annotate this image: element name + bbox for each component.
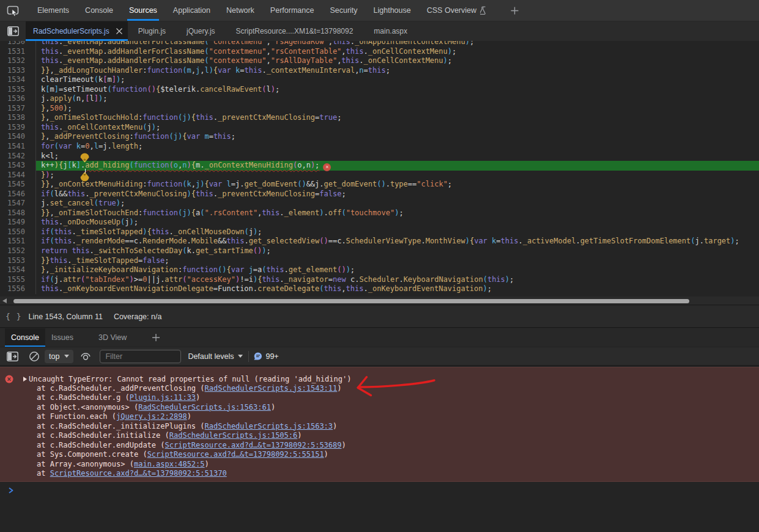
- line-number[interactable]: 1536: [0, 94, 36, 104]
- stack-frame: at Function.each (jQuery.js:2:2898): [37, 412, 759, 422]
- console-toolbar: top Filter Default levels 99+: [0, 347, 759, 366]
- line-number[interactable]: 1544: [0, 171, 36, 180]
- line-number[interactable]: 1533: [0, 66, 36, 76]
- panel-tab-css-overview[interactable]: CSS Overview: [419, 0, 495, 21]
- clear-console-icon[interactable]: [29, 351, 40, 362]
- source-code-editor[interactable]: 1530this._eventMap.addHandlerForClassNam…: [0, 41, 759, 297]
- line-number[interactable]: 1530: [0, 41, 36, 47]
- code-text: j.set_cancel(true);: [36, 199, 759, 209]
- line-number[interactable]: 1543: [0, 161, 36, 171]
- line-number[interactable]: 1547: [0, 199, 36, 209]
- file-tab-Plugin.js[interactable]: Plugin.js: [128, 21, 176, 41]
- file-tab-RadSchedulerScripts.js[interactable]: RadSchedulerScripts.js: [26, 21, 128, 41]
- console-messages-badge[interactable]: 99+: [254, 352, 278, 361]
- speech-bubble-icon: [254, 352, 262, 360]
- show-navigator-icon[interactable]: [0, 21, 26, 41]
- line-number[interactable]: 1548: [0, 209, 36, 218]
- editor-horizontal-scrollbar[interactable]: [0, 297, 759, 305]
- line-number[interactable]: 1534: [0, 75, 36, 85]
- error-stack-trace: at c.RadScheduler._addPreventClosing (Ra…: [37, 384, 759, 479]
- panel-tab-console[interactable]: Console: [77, 0, 121, 21]
- inspect-element-icon[interactable]: [0, 0, 26, 21]
- stack-frame: at c.RadScheduler._addPreventClosing (Ra…: [37, 384, 759, 394]
- line-number[interactable]: 1540: [0, 132, 36, 142]
- file-tab-label: RadSchedulerScripts.js: [33, 27, 109, 35]
- line-number[interactable]: 1531: [0, 47, 36, 57]
- source-link[interactable]: jQuery.js:2:2898: [116, 412, 187, 421]
- close-icon[interactable]: [116, 28, 123, 35]
- line-number[interactable]: 1555: [0, 275, 36, 285]
- console-prompt[interactable]: [0, 486, 759, 498]
- file-tab-main.aspx[interactable]: main.aspx: [363, 21, 418, 41]
- drawer-tab-console[interactable]: Console: [5, 328, 45, 347]
- scroll-left-arrow-icon[interactable]: [2, 298, 7, 303]
- file-tab-jQuery.js[interactable]: jQuery.js: [176, 21, 225, 41]
- code-text: k[m]=setTimeout(function(){$telerik.canc…: [36, 85, 759, 95]
- more-panels-plus-icon[interactable]: [510, 0, 519, 21]
- error-first-line: Uncaught TypeError: Cannot read properti…: [0, 374, 759, 384]
- disclosure-triangle-icon[interactable]: [23, 377, 27, 382]
- panel-tab-performance[interactable]: Performance: [262, 0, 322, 21]
- code-text: if(j.attr("tabIndex")>=0||j.attr("access…: [36, 275, 759, 285]
- console-filter-input[interactable]: Filter: [100, 350, 181, 363]
- code-line-1540: 1540},_addPreventClosing:function(j){var…: [0, 132, 759, 142]
- code-line-1532: 1532this._eventMap.addHandlerForClassNam…: [0, 56, 759, 66]
- drawer-tab-3d-view[interactable]: 3D View: [92, 328, 133, 347]
- drawer-tab-issues[interactable]: Issues: [45, 328, 80, 347]
- code-text: for(var k=0,l=j.length;: [36, 142, 759, 152]
- line-number[interactable]: 1556: [0, 284, 36, 294]
- source-link[interactable]: main.aspx:4852:5: [134, 460, 205, 468]
- panel-tab-security[interactable]: Security: [322, 0, 365, 21]
- panel-tab-application[interactable]: Application: [165, 0, 218, 21]
- source-link[interactable]: RadSchedulerScripts.js:1563:61: [138, 403, 271, 412]
- source-link[interactable]: ScriptResource.axd?d…&t=13798092:5:51370: [50, 469, 227, 478]
- line-number[interactable]: 1541: [0, 142, 36, 152]
- line-number[interactable]: 1545: [0, 180, 36, 190]
- source-link[interactable]: ScriptResource.axd?d…&t=13798092:5:53689: [165, 441, 342, 449]
- log-levels-dropdown[interactable]: Default levels: [188, 352, 243, 361]
- panel-tab-elements[interactable]: Elements: [29, 0, 77, 21]
- source-link[interactable]: Plugin.js:11:33: [130, 393, 196, 402]
- selection-handle-bottom[interactable]: [80, 172, 89, 182]
- file-tab-ScriptResource....XM1-t-13798092[interactable]: ScriptResource....XM1&t=13798092: [226, 21, 364, 41]
- panel-tab-network[interactable]: Network: [218, 0, 262, 21]
- source-link[interactable]: ScriptResource.axd?d…&t=13798092:5:55151: [147, 450, 324, 459]
- line-number[interactable]: 1537: [0, 104, 36, 114]
- source-link[interactable]: RadSchedulerScripts.js:1505:6: [169, 431, 298, 440]
- code-line-1539: 1539this._onCellContextMenu(j);: [0, 123, 759, 133]
- line-number[interactable]: 1535: [0, 85, 36, 95]
- code-text: }},_onContextMenuHiding:function(k,j){va…: [36, 180, 759, 190]
- source-link[interactable]: RadSchedulerScripts.js:1543:11: [205, 384, 338, 393]
- line-number[interactable]: 1550: [0, 227, 36, 237]
- source-link[interactable]: RadSchedulerScripts.js:1563:3: [205, 422, 333, 430]
- console-error-message[interactable]: Uncaught TypeError: Cannot read properti…: [0, 367, 759, 482]
- create-live-expression-icon[interactable]: [80, 351, 92, 361]
- line-number[interactable]: 1552: [0, 246, 36, 256]
- line-number[interactable]: 1542: [0, 152, 36, 161]
- panel-tab-label: Performance: [270, 6, 314, 15]
- scrollbar-thumb[interactable]: [13, 299, 689, 303]
- line-number[interactable]: 1554: [0, 265, 36, 275]
- drawer-tab-bar: ConsoleIssues3D View: [0, 328, 759, 347]
- filter-placeholder: Filter: [105, 352, 122, 361]
- line-number[interactable]: 1532: [0, 56, 36, 66]
- line-number[interactable]: 1546: [0, 190, 36, 199]
- line-number[interactable]: 1553: [0, 256, 36, 266]
- selection-handle-top[interactable]: [80, 153, 89, 163]
- code-text: },500);: [36, 104, 759, 114]
- open-files-tab-bar: RadSchedulerScripts.jsPlugin.jsjQuery.js…: [0, 21, 759, 41]
- coverage-label: Coverage: n/a: [114, 312, 162, 321]
- pretty-print-icon[interactable]: { }: [6, 312, 21, 321]
- line-number[interactable]: 1549: [0, 218, 36, 227]
- panel-tab-sources[interactable]: Sources: [121, 0, 165, 21]
- code-text: },_onTimeSlotTouchHold:function(j){this.…: [36, 113, 759, 123]
- panel-tab-lighthouse[interactable]: Lighthouse: [366, 0, 419, 21]
- line-number[interactable]: 1551: [0, 237, 36, 246]
- line-number[interactable]: 1538: [0, 113, 36, 123]
- panel-tab-label: Lighthouse: [374, 6, 411, 15]
- line-number[interactable]: 1539: [0, 123, 36, 133]
- more-drawer-tabs-plus-icon[interactable]: [152, 328, 160, 347]
- show-console-sidebar-icon[interactable]: [7, 352, 18, 361]
- stack-frame: at c.RadScheduler.initialize (RadSchedul…: [37, 431, 759, 441]
- javascript-context-selector[interactable]: top: [45, 350, 73, 363]
